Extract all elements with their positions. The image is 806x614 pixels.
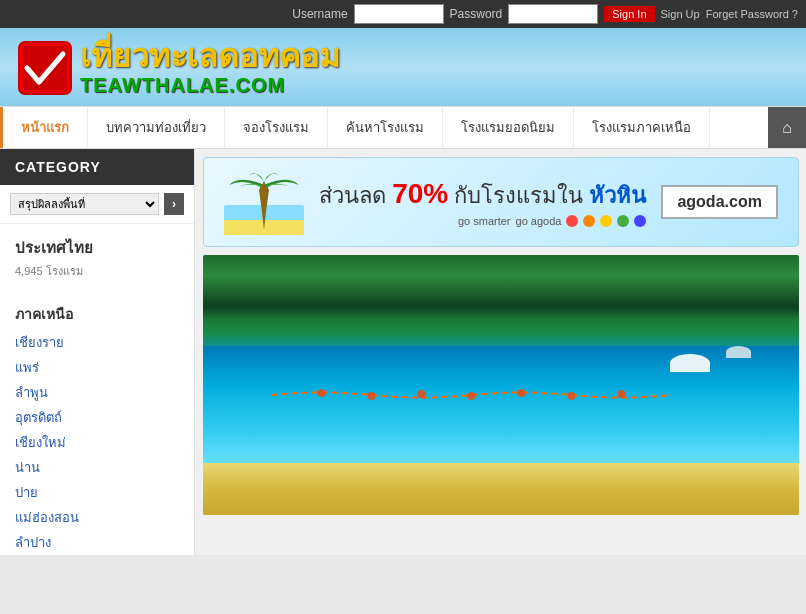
- ad-sub: go smarter go agoda: [319, 213, 646, 227]
- ad-text-area: ส่วนลด 70% กับโรงแรมใน หัวหิน go smarter…: [319, 178, 646, 227]
- sidebar-link-chiangmai[interactable]: เชียงใหม่: [0, 430, 194, 455]
- logo-thai-text: เที่ยวทะเลดอทคอม: [80, 39, 340, 74]
- sidebar-link-nan[interactable]: น่าน: [0, 455, 194, 480]
- logo-icon: [15, 38, 75, 98]
- beach-overlay: [203, 463, 799, 515]
- navbar: หน้าแรก บทความท่องเที่ยว จองโรงแรม ค้นหา…: [0, 106, 806, 149]
- category-select[interactable]: สรุปผิลลงพื้นที่: [10, 193, 159, 215]
- sidebar-country-section: ประเทศไทย 4,945 โรงแรม: [0, 224, 194, 293]
- sidebar-country-sub: 4,945 โรงแรม: [15, 262, 179, 280]
- logo-eng-text: TEAWTHALAE.COM: [80, 74, 340, 97]
- nav-item-articles[interactable]: บทความท่องเที่ยว: [88, 107, 225, 148]
- username-input[interactable]: [354, 4, 444, 24]
- logo-area: เที่ยวทะเลดอทคอม TEAWTHALAE.COM: [15, 38, 340, 98]
- dot-red: [566, 215, 578, 227]
- nav-item-home[interactable]: หน้าแรก: [0, 107, 88, 148]
- boat2-icon: [726, 346, 751, 358]
- nav-item-booking[interactable]: จองโรงแรม: [225, 107, 328, 148]
- sidebar-link-lampang[interactable]: ลำปาง: [0, 530, 194, 555]
- sidebar-country-title: ประเทศไทย: [15, 236, 179, 260]
- sidebar-link-chiangrai[interactable]: เชียงราย: [0, 330, 194, 355]
- nav-item-north[interactable]: โรงแรมภาคเหนือ: [574, 107, 710, 148]
- sidebar-link-uttaradit[interactable]: อุตรดิตถ์: [0, 405, 194, 430]
- nav-item-search[interactable]: ค้นหาโรงแรม: [328, 107, 443, 148]
- category-go-button[interactable]: ›: [164, 193, 184, 215]
- sidebar-region-north-title: ภาคเหนือ: [0, 293, 194, 330]
- signin-button[interactable]: Sign In: [604, 6, 654, 22]
- svg-point-9: [567, 392, 575, 400]
- nav-item-popular[interactable]: โรงแรมยอดนิยม: [443, 107, 574, 148]
- password-input[interactable]: [508, 4, 598, 24]
- ad-text-before: ส่วนลด: [319, 183, 386, 208]
- sidebar-link-maehongson[interactable]: แม่ฮ่องสอน: [0, 505, 194, 530]
- header: เที่ยวทะเลดอทคอม TEAWTHALAE.COM: [0, 28, 806, 106]
- username-label: Username: [292, 7, 347, 21]
- ad-location: หัวหิน: [589, 183, 646, 208]
- ad-text-after: กับโรงแรมใน: [454, 183, 583, 208]
- sidebar: CATEGORY สรุปผิลลงพื้นที่ › ประเทศไทย 4,…: [0, 149, 195, 555]
- boat-icon: [670, 354, 710, 372]
- agoda-button[interactable]: agoda.com: [661, 185, 777, 219]
- forgot-password-link[interactable]: Forget Password ?: [706, 8, 798, 20]
- category-filter: สรุปผิลลงพื้นที่ ›: [0, 185, 194, 224]
- palm-tree-icon: [224, 170, 304, 235]
- ad-sub-right: go agoda: [516, 215, 562, 227]
- svg-point-7: [467, 392, 475, 400]
- sidebar-link-pai[interactable]: ปาย: [0, 480, 194, 505]
- svg-point-4: [317, 389, 325, 397]
- sea-barrier-icon: [233, 385, 710, 405]
- main-beach-image: [203, 255, 799, 515]
- logo-text-area: เที่ยวทะเลดอทคอม TEAWTHALAE.COM: [80, 39, 340, 97]
- svg-point-5: [367, 392, 375, 400]
- ad-discount: 70%: [392, 178, 448, 209]
- top-bar: Username Password Sign In Sign Up Forget…: [0, 0, 806, 28]
- password-label: Password: [450, 7, 503, 21]
- ad-banner: ส่วนลด 70% กับโรงแรมใน หัวหิน go smarter…: [203, 157, 799, 247]
- dot-yellow: [600, 215, 612, 227]
- svg-point-8: [517, 389, 525, 397]
- ad-text: ส่วนลด 70% กับโรงแรมใน หัวหิน: [319, 178, 646, 213]
- category-header: CATEGORY: [0, 149, 194, 185]
- home-icon: ⌂: [782, 119, 792, 137]
- nav-home-button[interactable]: ⌂: [768, 107, 806, 148]
- sidebar-link-phrae[interactable]: แพร่: [0, 355, 194, 380]
- dot-green: [617, 215, 629, 227]
- dot-orange: [583, 215, 595, 227]
- right-content: ส่วนลด 70% กับโรงแรมใน หัวหิน go smarter…: [195, 149, 806, 555]
- svg-point-6: [417, 390, 425, 398]
- dot-blue: [634, 215, 646, 227]
- svg-point-10: [617, 390, 625, 398]
- sidebar-link-lamphun[interactable]: ลำพูน: [0, 380, 194, 405]
- signup-link[interactable]: Sign Up: [661, 8, 700, 20]
- ad-sub-left: go smarter: [458, 215, 511, 227]
- main-content: CATEGORY สรุปผิลลงพื้นที่ › ประเทศไทย 4,…: [0, 149, 806, 555]
